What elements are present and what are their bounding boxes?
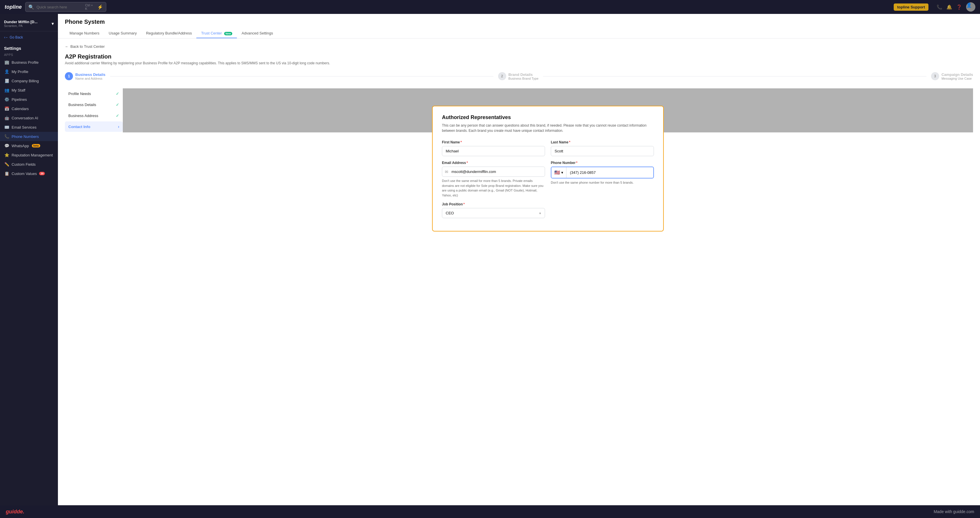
- check-icon-address: ✓: [116, 113, 119, 118]
- search-bar[interactable]: 🔍 Ctrl + K ⚡: [25, 2, 106, 12]
- step-2-text: Brand Details Business Brand Type: [509, 72, 539, 80]
- email-label: Email Address *: [442, 161, 545, 165]
- help-icon[interactable]: ❓: [956, 4, 962, 10]
- chevron-down-icon: ▾: [51, 21, 54, 26]
- email-input[interactable]: [442, 167, 545, 177]
- business-details-label: Business Details: [68, 102, 96, 107]
- bell-icon[interactable]: 🔔: [947, 4, 952, 10]
- modal-description: This can be any person that can answer q…: [442, 123, 654, 133]
- beta-badge: beta: [32, 144, 40, 147]
- tab-usage-summary[interactable]: Usage Summary: [104, 29, 141, 38]
- top-navigation: topline 🔍 Ctrl + K ⚡ topline Support 📞 🔔…: [0, 0, 980, 14]
- sidebar: Dunder Mifflin [D... Scranton, PA ▾ ‹ ← …: [0, 14, 58, 518]
- last-name-group: Last Name *: [551, 140, 654, 156]
- sidebar-item-pipelines[interactable]: ⚙️ Pipelines: [0, 95, 58, 104]
- tab-advanced-settings[interactable]: Advanced Settings: [237, 29, 277, 38]
- phone-flag-selector[interactable]: 🇺🇸 ▾: [551, 167, 566, 178]
- check-icon-profile: ✓: [116, 91, 119, 96]
- pipelines-icon: ⚙️: [4, 97, 9, 102]
- calendar-icon: 📅: [4, 106, 9, 111]
- tab-manage-numbers[interactable]: Manage Numbers: [65, 29, 104, 38]
- sidebar-item-custom-fields[interactable]: ✏️ Custom Fields: [0, 159, 58, 169]
- step-2-label: Brand Details: [509, 72, 539, 77]
- step-line-1: [110, 76, 493, 77]
- search-input[interactable]: [37, 5, 83, 9]
- sidebar-item-my-staff[interactable]: 👥 My Staff: [0, 86, 58, 95]
- support-button[interactable]: topline Support: [894, 3, 929, 11]
- nav-profile-needs[interactable]: Profile Needs ✓: [65, 88, 123, 99]
- job-position-select[interactable]: CEO CTO CFO Director Manager: [442, 208, 545, 218]
- sidebar-item-email-services[interactable]: ✉️ Email Services: [0, 123, 58, 132]
- job-required: *: [463, 202, 465, 206]
- back-arrow-icon: ←: [65, 44, 68, 49]
- first-name-required: *: [460, 140, 462, 144]
- step-3-label: Campaign Details: [942, 72, 973, 77]
- avatar[interactable]: 👤: [966, 2, 975, 11]
- sidebar-item-phone-numbers[interactable]: 📞 Phone Numbers: [0, 132, 58, 141]
- last-name-label: Last Name *: [551, 140, 654, 144]
- workspace-selector[interactable]: Dunder Mifflin [D... Scranton, PA ▾: [0, 18, 58, 31]
- phone-numbers-icon: 📞: [4, 134, 9, 139]
- authorized-representatives-modal: Authorized Representatives This can be a…: [432, 106, 664, 231]
- sidebar-item-custom-values[interactable]: 📋 Custom Values 20: [0, 169, 58, 178]
- step-1-text: Business Details Name and Address: [75, 72, 105, 80]
- stepper: 1 Business Details Name and Address 2 Br…: [65, 72, 973, 80]
- sidebar-item-business-profile[interactable]: 🏢 Business Profile: [0, 57, 58, 67]
- profile-needs-label: Profile Needs: [68, 92, 91, 96]
- sidebar-label-conversation-ai: Conversation AI: [11, 116, 38, 120]
- sidebar-item-whatsapp[interactable]: 💬 WhatsApp beta: [0, 141, 58, 150]
- step-3-sub: Messaging Use Case: [942, 77, 973, 80]
- nav-business-details[interactable]: Business Details ✓: [65, 99, 123, 110]
- custom-fields-icon: ✏️: [4, 162, 9, 167]
- modal-title: Authorized Representatives: [442, 115, 654, 121]
- search-shortcut: Ctrl + K: [85, 3, 95, 10]
- sidebar-item-company-billing[interactable]: 🧾 Company Billing: [0, 76, 58, 86]
- guidde-logo: guidde.: [6, 509, 24, 515]
- email-group: Email Address * ✉ Don't use the same ema…: [442, 161, 545, 198]
- back-to-trust-center[interactable]: ← Back to Trust Center: [65, 44, 973, 49]
- lightning-icon: ⚡: [97, 4, 103, 10]
- sidebar-item-reputation[interactable]: ⭐ Reputation Management: [0, 150, 58, 159]
- phone-system-header: Phone System Manage Numbers Usage Summar…: [58, 14, 980, 38]
- sidebar-label-reputation: Reputation Management: [11, 153, 53, 157]
- name-row: First Name * Last Name *: [442, 140, 654, 156]
- step-2: 2 Brand Details Business Brand Type: [498, 72, 539, 80]
- main-content: Phone System Manage Numbers Usage Summar…: [58, 14, 980, 518]
- app-logo: topline: [5, 4, 22, 10]
- nav-contact-info[interactable]: Contact Info ›: [65, 121, 123, 132]
- custom-values-badge: 20: [39, 172, 45, 175]
- user-icon: 👤: [4, 69, 9, 74]
- tab-regulatory[interactable]: Regulatory Bundle/Address: [141, 29, 196, 38]
- nav-business-address[interactable]: Business Address ✓: [65, 110, 123, 121]
- job-position-group: Job Position * CEO CTO CFO: [442, 202, 545, 218]
- phone-hint: Don't use the same phone number for more…: [551, 180, 654, 185]
- go-back-link[interactable]: ‹ ← Go Back: [0, 33, 58, 41]
- phone-icon[interactable]: 📞: [937, 4, 942, 10]
- email-icon: ✉️: [4, 125, 9, 129]
- sidebar-item-calendars[interactable]: 📅 Calendars: [0, 104, 58, 113]
- workspace-sub: Scranton, PA: [4, 24, 38, 27]
- sidebar-item-conversation-ai[interactable]: 🤖 Conversation AI: [0, 113, 58, 123]
- sidebar-item-my-profile[interactable]: 👤 My Profile: [0, 67, 58, 76]
- sidebar-label-company-billing: Company Billing: [11, 79, 39, 83]
- mail-icon: ✉: [445, 169, 448, 174]
- job-placeholder: [551, 202, 654, 218]
- phone-required: *: [576, 161, 578, 165]
- last-name-input[interactable]: [551, 146, 654, 156]
- sidebar-label-whatsapp: WhatsApp: [11, 144, 29, 148]
- job-position-select-wrapper: CEO CTO CFO Director Manager: [442, 208, 545, 218]
- business-address-label: Business Address: [68, 113, 98, 118]
- step-1-label: Business Details: [75, 72, 105, 77]
- left-nav-list: Profile Needs ✓ Business Details ✓ Busin…: [65, 88, 123, 132]
- tab-trust-center[interactable]: Trust Center New: [196, 29, 237, 38]
- step-2-sub: Business Brand Type: [509, 77, 539, 80]
- search-icon: 🔍: [29, 4, 34, 10]
- first-name-input[interactable]: [442, 146, 545, 156]
- phone-group: Phone Number * 🇺🇸 ▾: [551, 161, 654, 198]
- phone-input[interactable]: [566, 168, 653, 177]
- billing-icon: 🧾: [4, 78, 9, 83]
- new-badge: New: [224, 32, 232, 35]
- sidebar-label-pipelines: Pipelines: [11, 97, 27, 102]
- staff-icon: 👥: [4, 88, 9, 92]
- building-icon: 🏢: [4, 60, 9, 65]
